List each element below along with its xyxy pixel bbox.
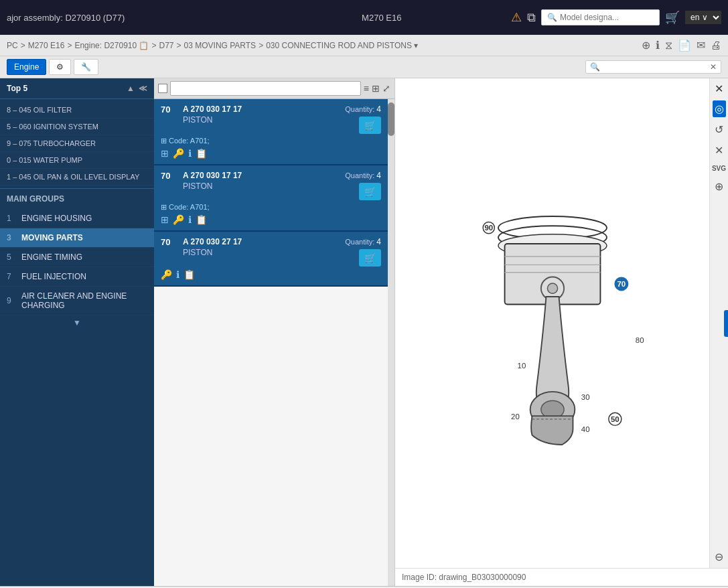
parts-scroll-area: 70 A 270 030 17 17 PISTON Quantity: 4 🛒 … — [154, 99, 388, 586]
info-icon[interactable]: ℹ — [188, 148, 192, 159]
zoom-fit-icon[interactable]: ⊕ — [713, 178, 725, 195]
info-icon[interactable]: ℹ — [176, 269, 179, 280]
panel-handle[interactable] — [724, 310, 728, 337]
mail-icon[interactable]: ✉ — [697, 39, 705, 52]
diagram-area: 90 70 80 10 30 20 40 50 — [395, 78, 728, 568]
tab-engine[interactable]: Engine — [7, 59, 46, 75]
part-actions: ⊞ 🔑 ℹ 📋 — [161, 214, 381, 225]
breadcrumb-moving[interactable]: 03 MOVING PARTS — [184, 41, 257, 50]
parts-filter-input[interactable] — [170, 81, 361, 96]
part-actions: ⊞ 🔑 ℹ 📋 — [161, 148, 381, 159]
add-to-cart-button[interactable]: 🛒 — [359, 117, 381, 134]
image-id-label: Image ID: drawing_B03030000090 — [402, 573, 526, 582]
part-code: ⊞ Code: A701; — [161, 137, 381, 145]
doc2-icon[interactable]: 📋 — [196, 214, 207, 225]
parts-list-container: 70 A 270 030 17 17 PISTON Quantity: 4 🛒 … — [154, 99, 394, 586]
svg-point-8 — [547, 283, 557, 293]
parts-scrollbar[interactable] — [388, 99, 394, 586]
part-row[interactable]: 70 A 270 030 17 17 PISTON Quantity: 4 🛒 … — [154, 165, 388, 232]
info-icon[interactable]: ℹ — [656, 39, 660, 52]
clear-search-icon[interactable]: ✕ — [710, 62, 717, 72]
zoom-out-icon[interactable]: ⊖ — [713, 548, 725, 565]
double-arrow-icon[interactable]: ≪ — [139, 84, 147, 93]
breadcrumb-connecting[interactable]: 030 CONNECTING ROD AND PISTONS ▾ — [266, 41, 418, 50]
breadcrumb: PC > M270 E16 > Engine: D270910 📋 > D77 … — [0, 35, 728, 56]
sidebar-item-moving-parts[interactable]: 3 MOVING PARTS — [0, 228, 154, 248]
svg-text:40: 40 — [581, 425, 589, 433]
close-diagram-icon[interactable]: ✕ — [713, 81, 725, 96]
model-search-input[interactable] — [560, 13, 654, 22]
cart-icon[interactable]: 🛒 — [665, 10, 680, 25]
doc2-icon[interactable]: 📋 — [184, 269, 195, 280]
model-search-box: 🔍 — [541, 9, 660, 25]
tab-wrench[interactable]: 🔧 — [74, 59, 98, 75]
breadcrumb-engine[interactable]: Engine: D270910 📋 — [74, 41, 149, 50]
sidebar-header: Top 5 ▲ ≪ — [0, 78, 154, 99]
key-icon[interactable]: 🔑 — [173, 148, 184, 159]
part-row[interactable]: 70 A 270 030 27 17 PISTON Quantity: 4 🛒 … — [154, 232, 388, 287]
select-all-checkbox[interactable] — [158, 84, 167, 93]
svg-text:80: 80 — [635, 336, 644, 344]
sidebar-title: Top 5 — [7, 84, 27, 93]
copy-icon[interactable]: ⧉ — [527, 11, 536, 25]
cross-icon[interactable]: ✕ — [713, 142, 725, 159]
sidebar-item-air-cleaner[interactable]: 9 AIR CLEANER AND ENGINE CHARGING — [0, 287, 154, 315]
sidebar-item-engine-timing[interactable]: 5 ENGINE TIMING — [0, 248, 154, 267]
info-icon[interactable]: ℹ — [188, 214, 192, 225]
diagram-tools: ✕ ◎ ↺ ✕ SVG ⊕ ⊖ — [709, 78, 728, 568]
part-row[interactable]: 70 A 270 030 17 17 PISTON Quantity: 4 🛒 … — [154, 99, 388, 165]
list-icon[interactable]: ≡ — [364, 83, 369, 94]
svg-export-icon[interactable]: SVG — [710, 163, 728, 174]
sidebar-recent-item[interactable]: 1 – 045 OIL PAN & OIL LEVEL DISPLAY — [0, 169, 154, 186]
doc-icon[interactable]: 📄 — [678, 39, 691, 52]
parts-toolbar: ≡ ⊞ ⤢ — [154, 78, 394, 99]
svg-rect-3 — [504, 243, 600, 303]
add-to-cart-button[interactable]: 🛒 — [359, 249, 381, 267]
parts-search-box: 🔍 ✕ — [585, 60, 721, 74]
sidebar-recent-item[interactable]: 9 – 075 TURBOCHARGER — [0, 135, 154, 152]
parts-search-input[interactable] — [603, 62, 710, 72]
table-icon[interactable]: ⊞ — [161, 214, 169, 225]
search-icon-sub: 🔍 — [590, 62, 600, 72]
breadcrumb-pc[interactable]: PC — [7, 41, 18, 50]
sidebar-item-fuel-injection[interactable]: 7 FUEL INJECTION — [0, 267, 154, 287]
top-bar-right: ⚠ ⧉ 🔍 🛒 en ∨ — [511, 9, 721, 25]
doc2-icon[interactable]: 📋 — [196, 148, 207, 159]
svg-text:70: 70 — [617, 279, 626, 287]
breadcrumb-m270[interactable]: M270 E16 — [28, 41, 65, 50]
collapse-icon[interactable]: ▲ — [127, 84, 135, 93]
key-icon[interactable]: 🔑 — [161, 269, 172, 280]
breadcrumb-actions: ⊕ ℹ ⧖ 📄 ✉ 🖨 — [642, 39, 721, 52]
sub-header: Engine ⚙ 🔧 🔍 ✕ — [0, 56, 728, 78]
table-icon[interactable]: ⊞ — [161, 148, 169, 159]
svg-text:30: 30 — [581, 393, 589, 401]
target-icon[interactable]: ◎ — [713, 100, 726, 117]
search-icon: 🔍 — [547, 13, 557, 22]
print-icon[interactable]: 🖨 — [711, 40, 721, 52]
scrollbar-thumb[interactable] — [388, 102, 394, 136]
language-select[interactable]: en ∨ — [685, 11, 721, 24]
zoom-in-icon[interactable]: ⊕ — [642, 39, 650, 52]
grid-icon[interactable]: ⊞ — [372, 83, 380, 94]
breadcrumb-d77[interactable]: D77 — [159, 41, 174, 50]
svg-text:20: 20 — [511, 412, 520, 420]
sidebar-section-title: Main groups — [0, 188, 154, 209]
filter-icon[interactable]: ⧖ — [665, 40, 672, 52]
diagram-footer: Image ID: drawing_B03030000090 — [395, 568, 728, 586]
model-label: M270 E16 — [259, 13, 505, 23]
tab-gear[interactable]: ⚙ — [49, 59, 71, 75]
main-layout: Top 5 ▲ ≪ 8 – 045 OIL FILTER 5 – 060 IGN… — [0, 78, 728, 586]
sidebar-recent-item[interactable]: 0 – 015 WATER PUMP — [0, 152, 154, 169]
part-actions: 🔑 ℹ 📋 — [161, 269, 381, 280]
key-icon[interactable]: 🔑 — [173, 214, 184, 225]
sidebar-scroll-down[interactable]: ▼ — [0, 315, 154, 330]
fullscreen-icon[interactable]: ⤢ — [382, 83, 390, 94]
add-to-cart-button[interactable]: 🛒 — [359, 183, 381, 200]
sidebar-recent-item[interactable]: 8 – 045 OIL FILTER — [0, 102, 154, 119]
top-bar: ajor assembly: D270910 (D77) M270 E16 ⚠ … — [0, 0, 728, 35]
sidebar-item-engine-housing[interactable]: 1 ENGINE HOUSING — [0, 209, 154, 228]
warning-icon[interactable]: ⚠ — [511, 10, 522, 25]
history-icon[interactable]: ↺ — [713, 121, 725, 138]
sidebar-recent-item[interactable]: 5 – 060 IGNITION SYSTEM — [0, 119, 154, 135]
center-panel: ≡ ⊞ ⤢ 70 A 270 030 17 17 PISTON Quantity… — [154, 78, 395, 586]
